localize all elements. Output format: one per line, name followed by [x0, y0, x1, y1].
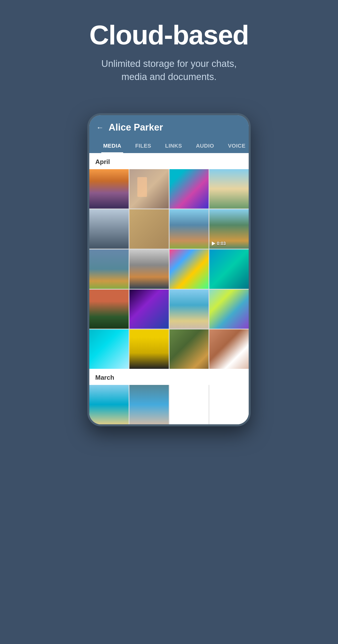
- back-button[interactable]: ←: [96, 123, 104, 132]
- media-item[interactable]: [89, 209, 129, 249]
- media-item[interactable]: [89, 330, 129, 369]
- media-item-empty: [169, 385, 209, 424]
- media-item[interactable]: [209, 250, 249, 289]
- tab-files[interactable]: FILES: [128, 139, 158, 153]
- video-duration-overlay: 0:03: [212, 241, 226, 246]
- play-icon: [212, 242, 215, 246]
- phone-frame: ← Alice Parker MEDIA FILES LINKS AUDIO V…: [87, 113, 251, 426]
- media-item[interactable]: [129, 385, 169, 424]
- media-item[interactable]: [169, 250, 209, 289]
- tab-audio[interactable]: AUDIO: [189, 139, 221, 153]
- media-item[interactable]: [209, 290, 249, 329]
- media-grid-april: 0:03: [89, 169, 249, 369]
- media-item[interactable]: [89, 290, 129, 329]
- tab-voice[interactable]: VOICE: [221, 139, 249, 153]
- media-item[interactable]: [169, 290, 209, 329]
- hero-subtitle: Unlimited storage for your chats, media …: [92, 57, 246, 84]
- app-header: ← Alice Parker MEDIA FILES LINKS AUDIO V…: [89, 115, 249, 153]
- media-item[interactable]: [89, 169, 129, 208]
- media-item[interactable]: [209, 169, 249, 208]
- march-month-label: March: [89, 369, 249, 385]
- media-item[interactable]: [129, 330, 169, 369]
- video-duration: 0:03: [217, 241, 226, 246]
- tab-media[interactable]: MEDIA: [96, 139, 128, 153]
- media-item[interactable]: [169, 330, 209, 369]
- header-top: ← Alice Parker: [96, 122, 242, 139]
- content-area: April: [89, 153, 249, 424]
- hero-section: Cloud-based Unlimited storage for your c…: [0, 0, 338, 98]
- contact-name: Alice Parker: [109, 122, 163, 133]
- phone-screen: ← Alice Parker MEDIA FILES LINKS AUDIO V…: [89, 115, 249, 424]
- media-item[interactable]: [209, 330, 249, 369]
- media-item[interactable]: [129, 169, 169, 208]
- media-item[interactable]: [89, 385, 129, 424]
- media-item-empty: [209, 385, 249, 424]
- hero-title: Cloud-based: [89, 20, 249, 50]
- media-grid-march: [89, 385, 249, 424]
- media-item[interactable]: [129, 290, 169, 329]
- media-item[interactable]: [89, 250, 129, 289]
- media-item[interactable]: [169, 209, 209, 249]
- media-item-video[interactable]: 0:03: [209, 209, 249, 249]
- media-item[interactable]: [169, 169, 209, 208]
- media-item[interactable]: [129, 209, 169, 249]
- april-month-label: April: [89, 153, 249, 169]
- phone-wrapper: ← Alice Parker MEDIA FILES LINKS AUDIO V…: [0, 113, 338, 426]
- tab-links[interactable]: LINKS: [158, 139, 189, 153]
- media-item[interactable]: [129, 250, 169, 289]
- tabs-row: MEDIA FILES LINKS AUDIO VOICE: [96, 139, 242, 153]
